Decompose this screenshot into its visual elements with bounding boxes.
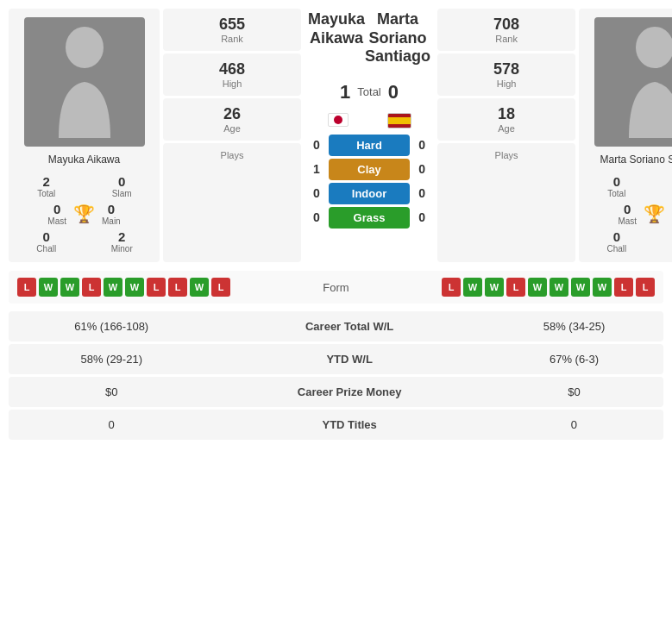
stats-row: 0 YTD Titles 0 — [9, 410, 663, 440]
form-badge: L — [442, 278, 461, 297]
center-col: MayukaAikawa Marta SorianoSantiago 1 Tot… — [305, 9, 434, 262]
form-badge: W — [593, 278, 612, 297]
top-section: Mayuka Aikawa 2 Total 0 Slam 0 Mast 🏆 — [9, 9, 663, 262]
stat-label: YTD W/L — [214, 344, 485, 374]
hard-score-p1: 0 — [308, 138, 325, 152]
total-score-row: 1 Total 0 — [308, 78, 430, 107]
stat-label: Career Prize Money — [214, 377, 485, 407]
player1-high-box: 468 High — [163, 53, 301, 96]
form-badge: W — [125, 278, 144, 297]
form-badge: L — [147, 278, 166, 297]
form-badge: W — [463, 278, 482, 297]
form-badge: W — [550, 278, 568, 297]
clay-score-p1: 1 — [308, 162, 325, 176]
clay-row: 1 Clay 0 — [308, 159, 430, 180]
indoor-button: Indoor — [329, 183, 410, 204]
hard-score-p2: 0 — [413, 138, 430, 152]
player1-main: 0 Main — [102, 202, 121, 226]
form-badge: L — [211, 278, 230, 297]
player2-slam: 0 Slam — [662, 174, 672, 198]
grass-score-p1: 0 — [308, 210, 325, 224]
form-label: Form — [285, 281, 388, 294]
stat-p1: 61% (166-108) — [9, 311, 214, 341]
player1-flag — [328, 113, 349, 127]
total-label: Total — [357, 85, 380, 98]
player1-age-box: 26 Age — [163, 98, 301, 141]
main-container: Mayuka Aikawa 2 Total 0 Slam 0 Mast 🏆 — [0, 0, 672, 451]
player2-total: 0 Total — [586, 174, 648, 198]
player1-card: Mayuka Aikawa 2 Total 0 Slam 0 Mast 🏆 — [9, 9, 160, 262]
player2-avatar — [594, 17, 672, 147]
form-badge: W — [60, 278, 79, 297]
stat-p2: 58% (34-25) — [485, 311, 663, 341]
player2-bottom-stats: 0 Chall 0 Minor — [586, 229, 672, 254]
player1-total: 2 Total — [16, 174, 78, 198]
stat-p1: $0 — [9, 377, 214, 407]
indoor-score-p1: 0 — [308, 186, 325, 200]
hard-row: 0 Hard 0 — [308, 135, 430, 156]
stat-p2: $0 — [485, 377, 663, 407]
stats-row: 58% (29-21) YTD W/L 67% (6-3) — [9, 344, 663, 374]
grass-score-p2: 0 — [413, 210, 430, 224]
player2-stats-grid: 0 Total 0 Slam — [586, 174, 672, 198]
player2-rank-box: 708 Rank — [437, 9, 575, 51]
player1-plays-box: Plays — [163, 143, 301, 262]
player1-trophy-icon: 🏆 — [73, 204, 95, 224]
stat-p2: 67% (6-3) — [485, 344, 663, 374]
stat-label: YTD Titles — [214, 410, 485, 440]
player2-minor: 0 Minor — [662, 229, 672, 254]
player2-score: 0 — [388, 81, 399, 103]
player2-trophy-row: 0 Mast 🏆 0 Main — [618, 202, 672, 226]
form-badge: L — [82, 278, 101, 297]
player1-bottom-stats: 0 Chall 2 Minor — [16, 229, 153, 254]
player1-score: 1 — [340, 81, 350, 103]
player1-form: LWWLWWLLWL — [17, 278, 281, 297]
indoor-row: 0 Indoor 0 — [308, 183, 430, 204]
stat-p1: 0 — [9, 410, 214, 440]
hard-button: Hard — [329, 135, 410, 156]
player1-chall: 0 Chall — [16, 229, 78, 254]
svg-point-1 — [636, 27, 672, 68]
stat-p1: 58% (29-21) — [9, 344, 214, 374]
form-badge: W — [39, 278, 58, 297]
player2-mid-stats: 708 Rank 578 High 18 Age Plays — [437, 9, 575, 262]
player2-name-header: Marta SorianoSantiago — [365, 10, 430, 66]
grass-row: 0 Grass 0 — [308, 207, 430, 229]
player1-trophy-row: 0 Mast 🏆 0 Main — [47, 202, 120, 226]
stats-table: 61% (166-108) Career Total W/L 58% (34-2… — [9, 309, 663, 442]
player1-minor: 2 Minor — [91, 229, 154, 254]
player2-trophy-icon: 🏆 — [644, 204, 665, 224]
form-badge: L — [614, 278, 633, 297]
player1-name-card: Mayuka Aikawa — [48, 153, 120, 166]
clay-score-p2: 0 — [413, 162, 430, 176]
player1-name-header: MayukaAikawa — [308, 10, 365, 47]
stat-p2: 0 — [485, 410, 663, 440]
player1-stats-grid: 2 Total 0 Slam — [16, 174, 153, 198]
svg-point-0 — [66, 27, 104, 68]
form-badge: L — [17, 278, 36, 297]
player2-name-card: Marta Soriano Santiago — [600, 153, 672, 166]
player2-high-box: 578 High — [437, 53, 575, 96]
player1-mast: 0 Mast — [47, 202, 66, 226]
form-badge: W — [528, 278, 547, 297]
grass-button: Grass — [329, 207, 410, 229]
clay-button: Clay — [329, 159, 410, 180]
form-badge: L — [168, 278, 187, 297]
form-badge: L — [506, 278, 525, 297]
indoor-score-p2: 0 — [413, 186, 430, 200]
form-section: LWWLWWLLWL Form LWWLWWWWLL — [9, 271, 663, 304]
player1-mid-stats: 655 Rank 468 High 26 Age Plays — [163, 9, 301, 262]
player2-flag — [387, 113, 411, 128]
player1-avatar — [24, 17, 145, 147]
form-badge: W — [104, 278, 122, 297]
player2-card: Marta Soriano Santiago 0 Total 0 Slam 0 … — [579, 9, 672, 262]
player2-chall: 0 Chall — [586, 229, 648, 254]
player2-age-box: 18 Age — [437, 98, 575, 141]
form-badge: L — [636, 278, 655, 297]
player2-plays-box: Plays — [437, 143, 575, 262]
form-badge: W — [190, 278, 209, 297]
form-badge: W — [571, 278, 590, 297]
stats-row: 61% (166-108) Career Total W/L 58% (34-2… — [9, 311, 663, 341]
form-badge: W — [485, 278, 504, 297]
player2-mast: 0 Mast — [618, 202, 637, 226]
